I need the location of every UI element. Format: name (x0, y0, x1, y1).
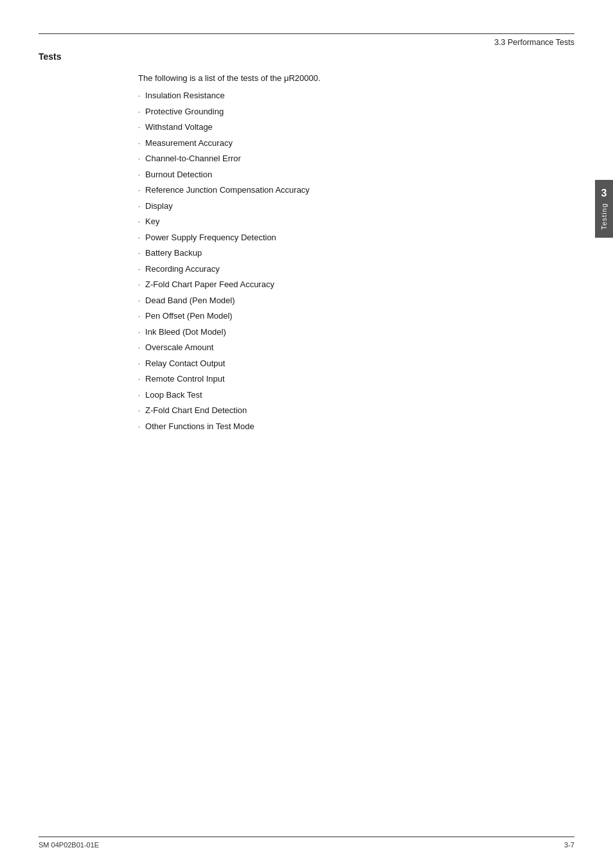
bullet-icon: · (138, 248, 140, 259)
bullet-icon: · (138, 201, 140, 212)
bullet-icon: · (138, 327, 140, 338)
list-item: ·Other Functions in Test Mode (138, 420, 549, 433)
main-content: Tests The following is a list of the tes… (39, 51, 549, 436)
list-item: ·Dead Band (Pen Model) (138, 294, 549, 307)
bullet-icon: · (138, 91, 140, 102)
list-item-text: Relay Contact Output (145, 357, 225, 370)
list-item-text: Dead Band (Pen Model) (145, 294, 235, 307)
bullet-icon: · (138, 264, 140, 275)
list-item: ·Ink Bleed (Dot Model) (138, 326, 549, 339)
page-footer: SM 04P02B01-01E 3-7 (39, 837, 574, 849)
bullet-icon: · (138, 390, 140, 401)
page-header: 3.3 Performance Tests (39, 33, 574, 47)
list-item: ·Measurement Accuracy (138, 137, 549, 150)
list-item: ·Loop Back Test (138, 389, 549, 402)
bullet-icon: · (138, 107, 140, 118)
page-container: 3.3 Performance Tests 3 Testing Tests Th… (0, 0, 613, 868)
list-item-text: Protective Grounding (145, 105, 224, 118)
bullet-icon: · (138, 374, 140, 385)
bullet-icon: · (138, 421, 140, 432)
list-item: ·Recording Accuracy (138, 263, 549, 276)
bullet-icon: · (138, 296, 140, 306)
list-item: ·Battery Backup (138, 247, 549, 260)
section-heading: Tests (39, 51, 549, 62)
list-item: ·Remote Control Input (138, 373, 549, 385)
bullet-icon: · (138, 311, 140, 322)
list-item-text: Other Functions in Test Mode (145, 420, 254, 433)
bullet-icon: · (138, 233, 140, 244)
list-item-text: Measurement Accuracy (145, 137, 233, 150)
list-item: ·Protective Grounding (138, 105, 549, 118)
list-item-text: Battery Backup (145, 247, 202, 260)
list-item: ·Channel-to-Channel Error (138, 152, 549, 165)
list-item-text: Withstand Voltage (145, 121, 213, 134)
intro-text: The following is a list of the tests of … (138, 73, 549, 83)
list-item: ·Pen Offset (Pen Model) (138, 310, 549, 323)
list-item: ·Z-Fold Chart Paper Feed Accuracy (138, 278, 549, 291)
bullet-icon: · (138, 279, 140, 290)
list-item: ·Withstand Voltage (138, 121, 549, 134)
list-item: ·Reference Junction Compensation Accurac… (138, 184, 549, 197)
list-item-text: Overscale Amount (145, 341, 213, 354)
footer-page-number: 3-7 (564, 841, 574, 849)
list-item-text: Power Supply Frequency Detection (145, 231, 276, 244)
list-item-text: Remote Control Input (145, 373, 225, 385)
list-item-text: Key (145, 215, 159, 228)
list-item: ·Key (138, 215, 549, 228)
test-list: ·Insulation Resistance·Protective Ground… (138, 89, 549, 432)
list-item-text: Burnout Detection (145, 168, 212, 181)
chapter-tab: 3 Testing (595, 180, 613, 238)
list-item: ·Insulation Resistance (138, 89, 549, 102)
bullet-icon: · (138, 138, 140, 149)
bullet-icon: · (138, 405, 140, 416)
list-item: ·Burnout Detection (138, 168, 549, 181)
bullet-icon: · (138, 170, 140, 181)
header-title: 3.3 Performance Tests (494, 38, 574, 47)
bullet-icon: · (138, 122, 140, 133)
list-item-text: Z-Fold Chart Paper Feed Accuracy (145, 278, 274, 291)
list-item-text: Loop Back Test (145, 389, 202, 402)
list-item-text: Z-Fold Chart End Detection (145, 404, 247, 417)
list-item: ·Relay Contact Output (138, 357, 549, 370)
bullet-icon: · (138, 185, 140, 196)
bullet-icon: · (138, 342, 140, 353)
list-item: ·Display (138, 200, 549, 213)
list-item-text: Display (145, 200, 173, 213)
bullet-icon: · (138, 217, 140, 227)
list-item-text: Pen Offset (Pen Model) (145, 310, 233, 323)
chapter-number: 3 (601, 188, 607, 199)
list-item-text: Insulation Resistance (145, 89, 225, 102)
chapter-label: Testing (600, 203, 608, 230)
list-item-text: Recording Accuracy (145, 263, 220, 276)
footer-doc-number: SM 04P02B01-01E (39, 841, 99, 849)
bullet-icon: · (138, 359, 140, 369)
list-item-text: Channel-to-Channel Error (145, 152, 241, 165)
list-item: ·Z-Fold Chart End Detection (138, 404, 549, 417)
bullet-icon: · (138, 154, 140, 164)
list-item-text: Reference Junction Compensation Accuracy (145, 184, 310, 197)
list-item: ·Power Supply Frequency Detection (138, 231, 549, 244)
list-item-text: Ink Bleed (Dot Model) (145, 326, 226, 339)
list-item: ·Overscale Amount (138, 341, 549, 354)
